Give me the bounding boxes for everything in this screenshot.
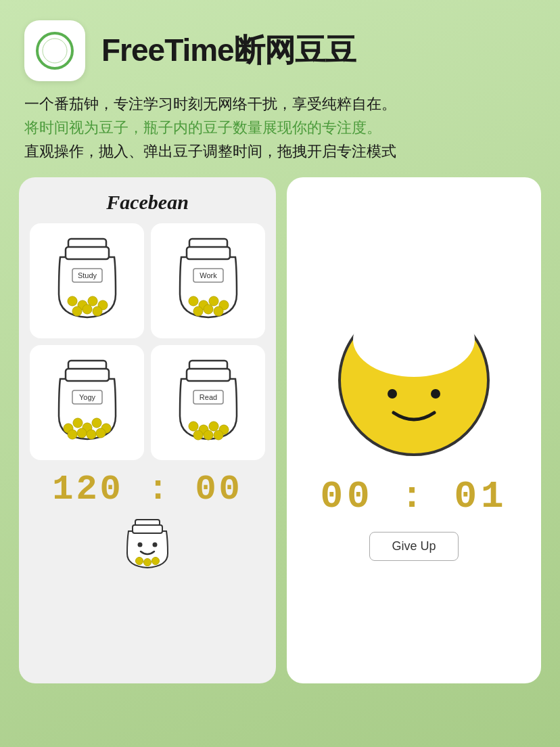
svg-point-12 — [83, 304, 92, 314]
header: FreeTime断网豆豆 — [0, 0, 560, 88]
jar-work: Work — [168, 233, 249, 328]
svg-point-9 — [88, 296, 97, 306]
svg-text:Read: Read — [199, 393, 216, 401]
svg-point-18 — [189, 296, 198, 306]
left-timer: 120 : 00 — [52, 470, 243, 510]
svg-point-57 — [353, 302, 475, 377]
subtitle-line3: 直观操作，抛入、弹出豆子调整时间，拖拽开启专注模式 — [24, 139, 536, 163]
svg-point-54 — [144, 558, 151, 566]
svg-point-24 — [214, 307, 223, 316]
svg-point-59 — [431, 389, 440, 399]
svg-point-13 — [93, 307, 102, 316]
jar-study: Study — [47, 233, 128, 328]
svg-point-30 — [73, 418, 83, 428]
jar-grid: Study — [30, 223, 265, 460]
app-icon — [24, 20, 85, 81]
right-timer: 00 : 01 — [320, 475, 507, 518]
svg-point-42 — [189, 422, 198, 431]
svg-rect-50 — [133, 525, 162, 533]
svg-point-34 — [68, 430, 77, 439]
svg-point-48 — [214, 430, 223, 440]
svg-point-55 — [152, 557, 160, 564]
main-content: Facebean Study — [0, 166, 560, 694]
svg-point-44 — [209, 422, 218, 431]
svg-rect-4 — [66, 247, 109, 259]
svg-point-32 — [92, 418, 101, 428]
svg-point-37 — [96, 428, 106, 438]
svg-rect-26 — [66, 369, 109, 381]
svg-text:Study: Study — [77, 271, 97, 279]
svg-point-11 — [72, 307, 82, 316]
svg-point-36 — [87, 430, 96, 439]
svg-point-51 — [138, 542, 143, 547]
app-title: FreeTime断网豆豆 — [101, 30, 356, 72]
jar-cell-read[interactable]: Read — [151, 345, 265, 460]
facebean-title: Facebean — [106, 191, 189, 214]
jar-cell-study[interactable]: Study — [30, 223, 144, 338]
svg-point-47 — [204, 430, 213, 440]
jar-read: Read — [168, 355, 249, 450]
smiley-face — [333, 299, 495, 461]
svg-point-20 — [209, 296, 218, 306]
give-up-button[interactable]: Give Up — [369, 532, 458, 561]
svg-point-23 — [204, 304, 213, 314]
svg-rect-39 — [187, 369, 230, 381]
svg-point-53 — [136, 557, 143, 564]
mini-bean — [120, 516, 174, 580]
left-panel: Facebean Study — [19, 177, 276, 683]
jar-cell-yogy[interactable]: Yogy — [30, 345, 144, 460]
svg-point-7 — [68, 296, 77, 306]
svg-point-46 — [193, 430, 203, 440]
jar-yogy: Yogy — [47, 355, 128, 450]
right-panel: 00 : 01 Give Up — [287, 177, 541, 683]
svg-point-52 — [153, 542, 158, 547]
svg-point-58 — [388, 389, 397, 399]
svg-text:Yogy: Yogy — [78, 393, 95, 401]
svg-point-2 — [43, 39, 67, 63]
subtitle-line1: 一个番茄钟，专注学习时刻无网络干扰，享受纯粹自在。 — [24, 92, 536, 116]
subtitle-block: 一个番茄钟，专注学习时刻无网络干扰，享受纯粹自在。 将时间视为豆子，瓶子内的豆子… — [0, 88, 560, 166]
svg-rect-15 — [187, 247, 230, 259]
jar-cell-work[interactable]: Work — [151, 223, 265, 338]
svg-text:Work: Work — [200, 271, 217, 279]
subtitle-line2: 将时间视为豆子，瓶子内的豆子数量展现你的专注度。 — [24, 116, 536, 139]
svg-point-22 — [193, 307, 203, 316]
svg-point-35 — [77, 428, 87, 438]
